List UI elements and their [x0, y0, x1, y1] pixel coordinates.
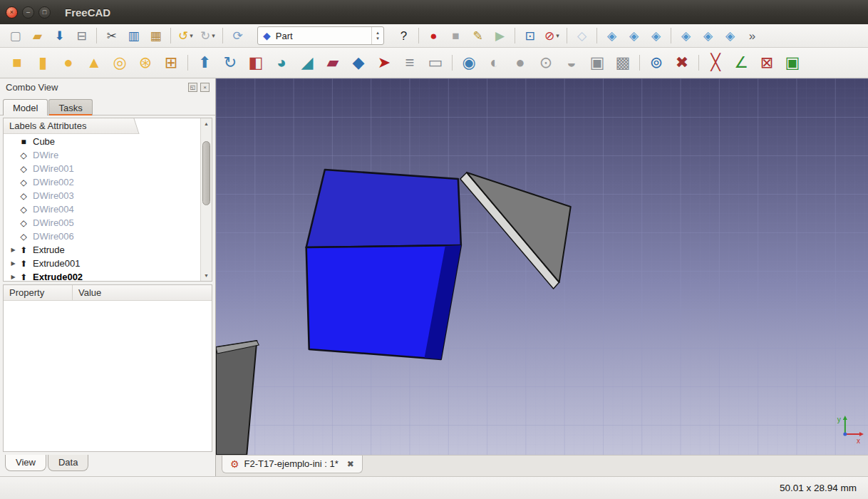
part-torus-button[interactable]: ◎: [108, 51, 132, 75]
part-loft-button[interactable]: ◆: [346, 51, 371, 75]
part-common-button[interactable]: ⊙: [534, 51, 558, 75]
view-right-button[interactable]: ◈: [646, 26, 666, 46]
copy-button[interactable]: ▥: [123, 26, 144, 46]
check-geometry-button[interactable]: ⊚: [644, 51, 668, 75]
view-isometric-button[interactable]: ◇: [572, 26, 592, 46]
3d-viewport[interactable]: x y: [216, 78, 868, 455]
tree-item-extrude002[interactable]: ▶ ⬆ Extrude002: [4, 270, 212, 282]
print-button[interactable]: ⊟: [71, 26, 92, 46]
view-rear-button[interactable]: ◈: [676, 26, 696, 46]
tree-scrollbar[interactable]: ▲ ▼: [200, 118, 212, 281]
3d-scene[interactable]: x y: [216, 78, 868, 455]
macro-stop-button[interactable]: ■: [445, 26, 466, 46]
box-zoom-button[interactable]: ⊡: [520, 26, 540, 46]
part-sweep-button[interactable]: ➤: [372, 51, 396, 75]
part-chamfer-button[interactable]: ◢: [295, 51, 319, 75]
tree-item-dwire005[interactable]: ◇ DWire005: [4, 216, 212, 230]
document-tab[interactable]: ⚙ F2-T17-ejemplo-ini : 1* ✖: [222, 456, 363, 473]
new-document-button[interactable]: ▢: [5, 26, 26, 46]
workbench-spinner[interactable]: ▴ ▾: [371, 27, 383, 44]
close-button[interactable]: ×: [6, 6, 18, 19]
tree-item-dwire003[interactable]: ◇ DWire003: [4, 189, 212, 202]
tab-model[interactable]: Model: [3, 99, 48, 115]
macro-record-button[interactable]: ●: [423, 26, 444, 46]
tree-item-cube[interactable]: ■ Cube: [4, 135, 212, 148]
view-top-button[interactable]: ◈: [624, 26, 644, 46]
minimize-button[interactable]: –: [22, 6, 34, 19]
close-panel-button[interactable]: ×: [200, 83, 210, 92]
tree-column-header[interactable]: Labels & Attributes: [4, 118, 132, 134]
defeaturing-button[interactable]: ✖: [670, 51, 694, 75]
scroll-down-icon[interactable]: ▼: [201, 270, 212, 281]
toolbar-icon: ↺: [178, 30, 188, 42]
toolbar-icon: »: [749, 30, 755, 42]
part-mirror-button[interactable]: ◧: [244, 51, 268, 75]
part-primitives-button[interactable]: ⊛: [133, 51, 157, 75]
part-extrude-button[interactable]: ⬆: [192, 51, 217, 75]
part-boolean-button[interactable]: ◉: [457, 51, 481, 75]
part-ruled-surface-button[interactable]: ▰: [321, 51, 345, 75]
view-bottom-button[interactable]: ◈: [698, 26, 718, 46]
maximize-button[interactable]: □: [38, 6, 51, 19]
toolbar-overflow-button[interactable]: »: [742, 26, 763, 46]
value-column-header[interactable]: Value: [73, 285, 101, 300]
toolbar-separator: [96, 28, 97, 43]
tree-item-label: Cube: [33, 136, 55, 147]
tree-item-dwire004[interactable]: ◇ DWire004: [4, 202, 212, 216]
undo-button[interactable]: ↺: [175, 26, 196, 46]
tree-item-dwire006[interactable]: ◇ DWire006: [4, 230, 212, 243]
toolbar-icon: ╳: [711, 55, 720, 71]
part-revolve-button[interactable]: ↻: [218, 51, 242, 75]
macro-view-toolbar-group: ? ● ■ ✎ ▶ ⊡ ⊘ ◇: [393, 26, 763, 46]
open-document-button[interactable]: ▰: [27, 26, 48, 46]
part-offset-button[interactable]: ≡: [398, 51, 422, 75]
view-front-button[interactable]: ◈: [601, 26, 622, 46]
tab-view[interactable]: View: [5, 455, 46, 471]
tree-item-extrude001[interactable]: ▶ ⬆ Extrude001: [4, 257, 212, 270]
expander-icon[interactable]: ▶: [9, 260, 18, 267]
part-box-button[interactable]: ■: [5, 51, 29, 75]
expander-icon[interactable]: ▶: [9, 274, 18, 280]
tab-data[interactable]: Data: [48, 455, 88, 471]
scroll-thumb[interactable]: [202, 141, 210, 205]
part-sphere-button[interactable]: ●: [56, 51, 81, 75]
tree-item-dwire[interactable]: ◇ DWire: [4, 148, 212, 162]
workbench-selector[interactable]: ◆ Part ▴ ▾: [257, 26, 384, 45]
tree-item-dwire002[interactable]: ◇ DWire002: [4, 175, 212, 189]
measure-angular-button[interactable]: ∠: [729, 51, 753, 75]
macro-play-button[interactable]: ▶: [490, 26, 510, 46]
part-fillet-button[interactable]: ◕: [269, 51, 294, 75]
part-section-button[interactable]: ◒: [559, 51, 584, 75]
view-left-button[interactable]: ◈: [720, 26, 740, 46]
part-cylinder-button[interactable]: ▮: [31, 51, 55, 75]
cut-button[interactable]: ✂: [101, 26, 122, 46]
macro-edit-button[interactable]: ✎: [467, 26, 488, 46]
draw-style-button[interactable]: ⊘: [542, 26, 562, 46]
refresh-button[interactable]: ⟳: [227, 26, 248, 46]
property-column-header[interactable]: Property: [4, 285, 73, 300]
tree-item-label: Extrude002: [33, 272, 83, 282]
tree-item-extrude[interactable]: ▶ ⬆ Extrude: [4, 243, 212, 257]
cube-object[interactable]: [306, 170, 461, 359]
part-shape-builder-button[interactable]: ⊞: [159, 51, 183, 75]
tab-tasks[interactable]: Tasks: [48, 99, 92, 115]
tree-item-dwire001[interactable]: ◇ DWire001: [4, 162, 212, 175]
close-document-icon[interactable]: ✖: [347, 460, 354, 468]
part-thickness-button[interactable]: ▭: [423, 51, 448, 75]
redo-button[interactable]: ↻: [197, 26, 218, 46]
save-document-button[interactable]: ⬇: [49, 26, 70, 46]
paste-button[interactable]: ▦: [145, 26, 166, 46]
part-compound-button[interactable]: ▣: [585, 51, 609, 75]
measure-linear-button[interactable]: ╳: [703, 51, 728, 75]
part-union-button[interactable]: ●: [508, 51, 532, 75]
panel-control-icon: ◱: [190, 84, 196, 91]
scroll-up-icon[interactable]: ▲: [201, 118, 212, 129]
part-cut-button[interactable]: ◐: [482, 51, 507, 75]
measure-clear-button[interactable]: ⊠: [755, 51, 779, 75]
part-cone-button[interactable]: ▲: [82, 51, 106, 75]
whats-this-button[interactable]: ?: [393, 26, 414, 46]
expander-icon[interactable]: ▶: [9, 247, 18, 253]
float-panel-button[interactable]: ◱: [188, 83, 197, 92]
part-compound-filter-button[interactable]: ▩: [611, 51, 635, 75]
measure-toggle-button[interactable]: ▣: [780, 51, 805, 75]
